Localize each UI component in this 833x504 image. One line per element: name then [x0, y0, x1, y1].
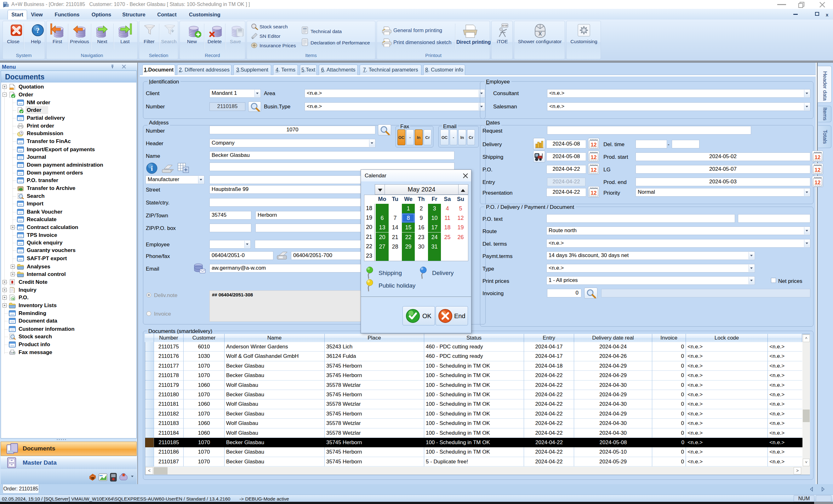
- svg-text:A+W: A+W: [502, 24, 508, 27]
- svg-text:i: i: [151, 164, 153, 172]
- svg-text:?: ?: [36, 26, 40, 34]
- svg-text:X: X: [539, 31, 542, 37]
